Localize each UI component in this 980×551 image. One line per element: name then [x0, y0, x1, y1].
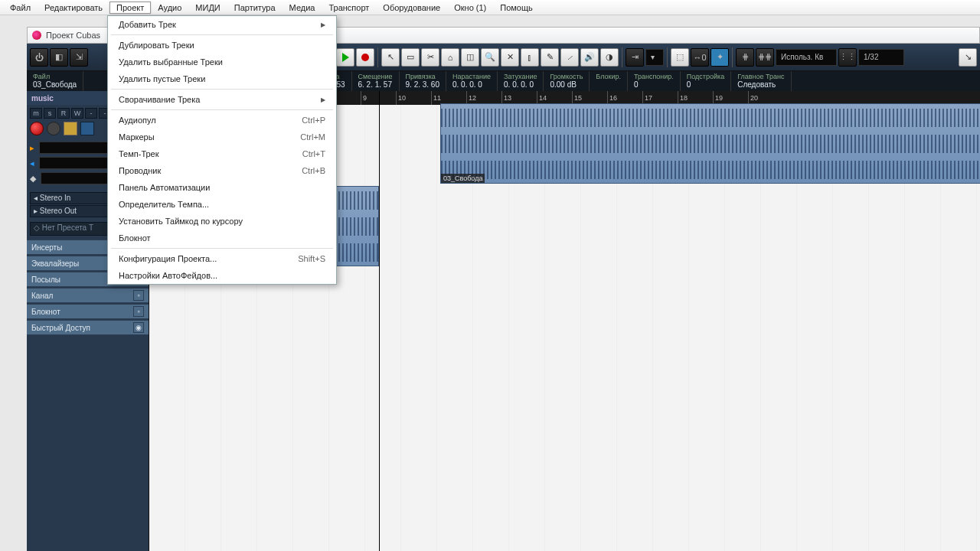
setup-window-button[interactable]: ↘: [959, 48, 977, 67]
menu-item[interactable]: Добавить Трек: [108, 16, 336, 33]
playhead[interactable]: [379, 91, 380, 551]
menu-партитура[interactable]: Партитура: [227, 2, 283, 14]
menu-item[interactable]: Блокнот: [108, 230, 336, 246]
menu-медиа[interactable]: Медиа: [283, 2, 322, 14]
expand-icon[interactable]: ◆: [30, 174, 36, 184]
track-btn-W[interactable]: W: [71, 108, 83, 119]
glue-tool-button[interactable]: ⌂: [441, 48, 459, 67]
monitor-button[interactable]: [47, 122, 60, 135]
menu-оборудование[interactable]: Оборудование: [376, 2, 447, 14]
grid-icon-button[interactable]: ⋮⋮: [838, 48, 857, 67]
mute-tool-button[interactable]: ✕: [501, 48, 519, 67]
menu-миди[interactable]: МИДИ: [188, 2, 227, 14]
track-btn--[interactable]: -: [85, 108, 97, 119]
window-layout-button[interactable]: ◧: [50, 48, 68, 67]
menu-item[interactable]: ПроводникCtrl+B: [108, 162, 336, 179]
menu-транспорт[interactable]: Транспорт: [322, 2, 376, 14]
menu-item[interactable]: АудиопулCtrl+P: [108, 112, 336, 129]
grid-type-button[interactable]: ⋕: [736, 48, 754, 67]
transport-record-button[interactable]: [356, 48, 374, 67]
menu-item[interactable]: Сворачивание Трека: [108, 91, 336, 108]
color-tool-button[interactable]: ◑: [600, 48, 619, 67]
menu-редактировать[interactable]: Редактировать: [38, 2, 109, 14]
grid-value-select[interactable]: 1/32: [858, 49, 904, 66]
quantize-button[interactable]: ⋕⋕: [756, 48, 774, 67]
menu-проект[interactable]: Проект: [109, 2, 151, 14]
menu-item[interactable]: Установить Таймкод по курсору: [108, 213, 336, 230]
play-tool-button[interactable]: 🔊: [580, 48, 599, 67]
lane-button[interactable]: [64, 122, 77, 135]
audio-clip-2[interactable]: 03_Свобода: [440, 103, 980, 184]
snap-mode-select[interactable]: Использ. Кв: [776, 49, 837, 66]
menu-item[interactable]: Удалить пустые Треки: [108, 70, 336, 87]
menu-item[interactable]: Дублировать Треки: [108, 37, 336, 54]
menu-файл[interactable]: Файл: [3, 2, 38, 14]
snap-zero-button[interactable]: ↔0: [691, 48, 709, 67]
menu-item[interactable]: Настройки АвтоФейдов...: [108, 267, 336, 284]
draw-tool-button[interactable]: ✎: [541, 48, 559, 67]
inspector-section[interactable]: Блокнот▫: [27, 304, 149, 319]
color-select[interactable]: ▾: [645, 49, 664, 66]
erase-tool-button[interactable]: ◫: [461, 48, 479, 67]
zoom-tool-button[interactable]: 🔍: [481, 48, 499, 67]
menu-item[interactable]: Удалить выбранные Треки: [108, 54, 336, 70]
track-btn-s[interactable]: s: [44, 108, 56, 119]
autoscroll-button[interactable]: ⇥: [626, 48, 644, 67]
range-tool-button[interactable]: ▭: [401, 48, 420, 67]
freeze-button[interactable]: [80, 122, 94, 135]
transport-play-button[interactable]: [336, 48, 354, 67]
menu-item[interactable]: Конфигурация Проекта...Shift+S: [108, 250, 336, 267]
line-tool-button[interactable]: ⟋: [560, 48, 579, 67]
menu-помощь[interactable]: Помощь: [493, 2, 540, 14]
inspector-section[interactable]: Канал▫: [27, 288, 149, 303]
track-btn-R[interactable]: R: [57, 108, 70, 119]
menu-item[interactable]: МаркерыCtrl+M: [108, 129, 336, 145]
window-title: Проект Cubas: [46, 31, 100, 40]
track-btn-m[interactable]: m: [30, 108, 42, 119]
menu-item[interactable]: Темп-ТрекCtrl+T: [108, 145, 336, 162]
split-tool-button[interactable]: ✂: [421, 48, 439, 67]
menu-окно (1)[interactable]: Окно (1): [447, 2, 493, 14]
snap-toggle-button[interactable]: ✦: [710, 48, 729, 67]
menu-item[interactable]: Определитель Темпа...: [108, 196, 336, 213]
write-automation-icon[interactable]: ◂: [30, 158, 34, 168]
menu-item[interactable]: Панель Автоматизации: [108, 179, 336, 196]
activate-project-button[interactable]: ⏻: [30, 48, 48, 67]
menu-аудио[interactable]: Аудио: [151, 2, 188, 14]
project-menu-dropdown: Добавить ТрекДублировать ТрекиУдалить вы…: [107, 15, 337, 285]
arrow-tool-button[interactable]: ↖: [381, 48, 400, 67]
snap-button[interactable]: ⬚: [671, 48, 689, 67]
app-logo-icon: [32, 31, 41, 40]
record-arm-button[interactable]: [30, 122, 44, 135]
timewarp-tool-button[interactable]: ⫿: [521, 48, 539, 67]
constraint-button[interactable]: ⇲: [70, 48, 88, 67]
menubar: ФайлРедактироватьПроектАудиоМИДИПартитур…: [0, 0, 980, 15]
read-automation-icon[interactable]: ▸: [30, 143, 34, 153]
inspector-section[interactable]: Быстрый Доступ◉: [27, 320, 149, 335]
